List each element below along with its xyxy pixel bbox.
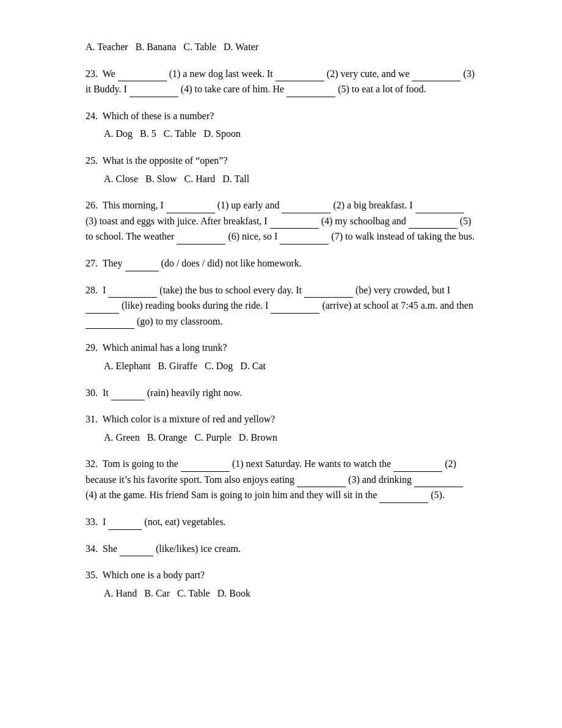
q23-blank4[interactable] bbox=[130, 87, 178, 97]
q26-blank6[interactable] bbox=[177, 235, 225, 245]
q24-options: A. Dog B. 5 C. Table D. Spoon bbox=[104, 126, 476, 142]
q32-block: 32. Tom is going to the (1) next Saturda… bbox=[86, 456, 476, 503]
q31-num: 31. bbox=[86, 414, 98, 424]
q26-blank5[interactable] bbox=[409, 219, 458, 229]
q34-text: 34. She (like/likes) ice cream. bbox=[86, 541, 476, 557]
q33-num: 33. bbox=[86, 517, 98, 527]
q29-options: A. Elephant B. Giraffe C. Dog D. Cat bbox=[104, 358, 476, 374]
q32-blank4[interactable] bbox=[414, 477, 463, 487]
q31-block: 31. Which color is a mixture of red and … bbox=[86, 411, 476, 445]
q26-blank1[interactable] bbox=[166, 204, 215, 213]
q25-block: 25. What is the opposite of “open”? A. C… bbox=[86, 153, 476, 186]
q30-block: 30. It (rain) heavily right now. bbox=[86, 385, 476, 401]
q25-num: 25. bbox=[86, 155, 98, 166]
q28-num: 28. bbox=[86, 285, 98, 295]
q29-num: 29. bbox=[86, 342, 98, 353]
q23-blank5[interactable] bbox=[286, 87, 335, 97]
q22-options: A. Teacher B. Banana C. Table D. Water bbox=[86, 39, 476, 55]
q32-blank5[interactable] bbox=[379, 493, 428, 503]
q28-text: 28. I (take) the bus to school every day… bbox=[86, 282, 476, 329]
q33-blank1[interactable] bbox=[108, 520, 142, 530]
q23-num: 23. bbox=[86, 68, 98, 79]
q30-text: 30. It (rain) heavily right now. bbox=[86, 385, 476, 401]
q28-blank1[interactable] bbox=[108, 288, 157, 298]
q32-blank2[interactable] bbox=[393, 462, 442, 472]
q23-blank1[interactable] bbox=[118, 72, 167, 81]
q26-blank3[interactable] bbox=[415, 204, 464, 213]
q26-num: 26. bbox=[86, 200, 98, 210]
q26-blank7[interactable] bbox=[280, 235, 329, 245]
q23-blank2[interactable] bbox=[276, 72, 324, 81]
exam-content: A. Teacher B. Banana C. Table D. Water 2… bbox=[86, 39, 476, 601]
q28-block: 28. I (take) the bus to school every day… bbox=[86, 282, 476, 329]
q25-question: 25. What is the opposite of “open”? bbox=[86, 153, 476, 169]
q33-block: 33. I (not, eat) vegetables. bbox=[86, 514, 476, 530]
q28-blank3[interactable] bbox=[86, 304, 119, 314]
q23-block: 23. We (1) a new dog last week. It (2) v… bbox=[86, 66, 476, 97]
q24-block: 24. Which of these is a number? A. Dog B… bbox=[86, 108, 476, 142]
q27-num: 27. bbox=[86, 258, 98, 268]
q26-text: 26. This morning, I (1) up early and (2)… bbox=[86, 197, 476, 245]
q27-blank1[interactable] bbox=[125, 262, 159, 271]
q26-blank4[interactable] bbox=[270, 219, 319, 229]
q25-options: A. Close B. Slow C. Hard D. Tall bbox=[104, 171, 476, 187]
q32-blank3[interactable] bbox=[297, 477, 346, 487]
q32-num: 32. bbox=[86, 458, 98, 469]
q33-text: 33. I (not, eat) vegetables. bbox=[86, 514, 476, 530]
q35-options: A. Hand B. Car C. Table D. Book bbox=[104, 586, 476, 601]
q27-block: 27. They (do / does / did) not like home… bbox=[86, 256, 476, 271]
q28-blank5[interactable] bbox=[86, 319, 134, 329]
q34-num: 34. bbox=[86, 543, 98, 554]
q24-question: 24. Which of these is a number? bbox=[86, 108, 476, 124]
q26-block: 26. This morning, I (1) up early and (2)… bbox=[86, 197, 476, 245]
q28-blank4[interactable] bbox=[271, 304, 319, 314]
q30-blank1[interactable] bbox=[111, 391, 145, 400]
q31-question: 31. Which color is a mixture of red and … bbox=[86, 411, 476, 427]
q22-options-block: A. Teacher B. Banana C. Table D. Water bbox=[86, 39, 476, 55]
q35-num: 35. bbox=[86, 570, 98, 580]
q32-blank1[interactable] bbox=[181, 462, 230, 472]
q29-question: 29. Which animal has a long trunk? bbox=[86, 340, 476, 356]
q35-block: 35. Which one is a body part? A. Hand B.… bbox=[86, 567, 476, 601]
q23-text: 23. We (1) a new dog last week. It (2) v… bbox=[86, 66, 476, 97]
q29-block: 29. Which animal has a long trunk? A. El… bbox=[86, 340, 476, 373]
q27-text: 27. They (do / does / did) not like home… bbox=[86, 256, 476, 271]
q34-block: 34. She (like/likes) ice cream. bbox=[86, 541, 476, 557]
q31-options: A. Green B. Orange C. Purple D. Brown bbox=[104, 430, 476, 446]
q23-blank3[interactable] bbox=[412, 72, 461, 81]
q35-question: 35. Which one is a body part? bbox=[86, 567, 476, 583]
q26-blank2[interactable] bbox=[282, 204, 330, 213]
q34-blank1[interactable] bbox=[120, 546, 153, 556]
q28-blank2[interactable] bbox=[304, 288, 353, 298]
q30-num: 30. bbox=[86, 388, 98, 398]
q24-num: 24. bbox=[86, 111, 98, 121]
q32-text: 32. Tom is going to the (1) next Saturda… bbox=[86, 456, 476, 503]
